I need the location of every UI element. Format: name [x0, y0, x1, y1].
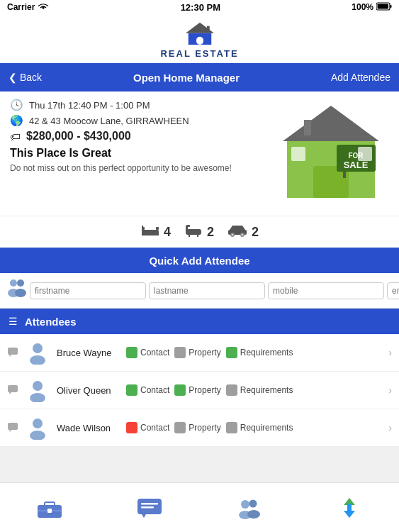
attendee-row[interactable]: Oliver Queen Contact Property Requiremen… [0, 372, 399, 409]
svg-marker-47 [9, 430, 11, 432]
price-text: $280,000 - $430,000 [26, 130, 131, 143]
globe-icon: 🌎 [10, 114, 23, 127]
attendees-list: Bruce Wayne Contact Property Requirement… [0, 334, 399, 447]
message-icon [136, 497, 163, 519]
person-icon [6, 277, 27, 304]
svg-marker-3 [186, 23, 214, 33]
contact-label: Contact [140, 385, 169, 395]
svg-text:SALE: SALE [343, 160, 368, 170]
messages-tab[interactable] [128, 490, 171, 526]
address-text: 42 & 43 Moocow Lane, GIRRAWHEEN [29, 116, 189, 126]
address-row: 🌎 42 & 43 Moocow Lane, GIRRAWHEEN [10, 114, 265, 127]
attendee-name: Oliver Queen [57, 385, 120, 396]
sync-tab[interactable] [328, 490, 371, 526]
beds-count: 4 [164, 225, 171, 240]
property-title: This Place Is Great [10, 147, 265, 160]
svg-marker-63 [344, 504, 355, 518]
row-chevron-icon: › [388, 384, 392, 396]
toolbox-tab[interactable] [28, 490, 71, 526]
property-info: 🕓 Thu 17th 12:40 PM - 1:00 PM 🌎 42 & 43 … [10, 99, 265, 209]
tab-bar [0, 482, 399, 532]
svg-marker-28 [230, 226, 245, 230]
attendee-row[interactable]: Bruce Wayne Contact Property Requirement… [0, 334, 399, 372]
avatar [26, 340, 51, 365]
contacts-tab[interactable] [228, 490, 271, 526]
property-label: Property [189, 348, 220, 358]
attendee-badges: Contact Property Requirements [126, 347, 383, 358]
house-illustration: FOR SALE [274, 99, 388, 209]
svg-point-33 [242, 234, 244, 236]
svg-point-48 [33, 419, 43, 428]
quick-add-form[interactable]: + [0, 273, 399, 309]
property-detail: 🕓 Thu 17th 12:40 PM - 1:00 PM 🌎 42 & 43 … [0, 92, 399, 216]
toolbox-icon [36, 497, 63, 519]
status-left: Carrier [7, 2, 49, 13]
attendee-name: Wade Wilson [57, 423, 120, 433]
status-right: 100% [352, 2, 392, 13]
row-chevron-icon: › [388, 347, 392, 358]
attendees-label: Attendees [25, 316, 77, 328]
svg-point-60 [249, 499, 257, 507]
mobile-input[interactable] [268, 282, 384, 299]
property-dot [174, 347, 186, 358]
svg-rect-46 [8, 423, 18, 430]
status-bar: Carrier 12:30 PM 100% [0, 0, 399, 14]
avatar [26, 415, 51, 440]
battery-icon [376, 2, 392, 13]
property-label: Property [189, 385, 220, 395]
svg-rect-6 [196, 37, 203, 45]
firstname-input[interactable] [30, 282, 146, 299]
attendees-header: ☰ Attendees [0, 309, 399, 334]
logo-bar: REAL ESTATE [0, 14, 399, 63]
avatar [26, 377, 51, 403]
property-label: Property [189, 423, 220, 433]
baths-count: 2 [207, 225, 214, 240]
nav-bar: ❮ Back Open Home Manager Add Attendee [0, 63, 399, 92]
add-attendee-button[interactable]: Add Attendee [331, 72, 390, 83]
price-row: 🏷 $280,000 - $430,000 [10, 130, 265, 143]
logo-text: REAL ESTATE [160, 48, 238, 59]
property-image: FOR SALE [272, 99, 389, 209]
svg-rect-22 [142, 226, 143, 233]
svg-rect-2 [378, 4, 389, 9]
svg-rect-21 [157, 233, 159, 235]
property-dot [174, 422, 186, 433]
svg-point-31 [232, 234, 234, 236]
logo-icon [182, 20, 218, 48]
clock-icon: 🕓 [10, 99, 23, 111]
svg-point-58 [241, 500, 249, 509]
svg-rect-1 [390, 5, 392, 8]
svg-point-45 [30, 393, 45, 402]
svg-point-37 [15, 289, 26, 297]
attendee-name: Bruce Wayne [57, 348, 120, 358]
attendee-badges: Contact Property Requirements [126, 422, 383, 433]
requirements-dot [226, 347, 237, 358]
contact-dot [126, 384, 137, 396]
back-chevron-icon: ❮ [9, 72, 17, 83]
svg-point-49 [30, 431, 45, 440]
contact-dot [126, 347, 137, 358]
attendee-badges: Contact Property Requirements [126, 384, 383, 396]
requirements-label: Requirements [240, 385, 293, 395]
contacts-icon [236, 497, 263, 519]
svg-point-44 [33, 381, 43, 391]
svg-rect-23 [186, 229, 201, 235]
svg-rect-42 [8, 385, 18, 392]
lastname-input[interactable] [149, 282, 265, 299]
svg-marker-57 [142, 514, 146, 518]
svg-rect-16 [358, 147, 372, 161]
quick-add-label: Quick Add Attendee [149, 255, 249, 267]
svg-rect-56 [141, 506, 154, 509]
requirements-label: Requirements [240, 423, 293, 433]
property-description: Do not miss out on this perfect opportun… [10, 162, 265, 174]
bath-icon [184, 222, 203, 242]
svg-rect-27 [197, 235, 198, 237]
attendee-row[interactable]: Wade Wilson Contact Property Requirement… [0, 409, 399, 447]
time-display: 12:30 PM [181, 2, 220, 13]
email-input[interactable] [387, 282, 399, 299]
back-button[interactable]: ❮ Back [9, 72, 42, 83]
datetime-row: 🕓 Thu 17th 12:40 PM - 1:00 PM [10, 99, 265, 111]
quick-add-header: Quick Add Attendee [0, 248, 399, 273]
message-icon [7, 347, 20, 359]
row-chevron-icon: › [388, 422, 392, 433]
